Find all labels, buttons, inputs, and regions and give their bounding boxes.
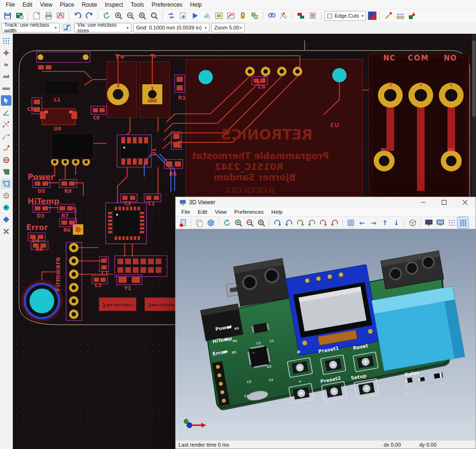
pad-outline-mode-button[interactable] — [1, 190, 11, 201]
flip-board-view-button[interactable] — [166, 10, 177, 21]
zoom-select[interactable]: Zoom 5.00▾ — [211, 23, 245, 32]
view-normal-button[interactable] — [423, 217, 434, 228]
update-from-schematic-button[interactable] — [407, 10, 417, 21]
rotate-z-ccw-button[interactable] — [317, 217, 328, 228]
refresh-3d-button[interactable] — [221, 217, 232, 228]
pad-gnd: GND — [148, 99, 157, 103]
pan-left-button[interactable]: ← — [357, 217, 367, 228]
net-highlight-mode-button[interactable] — [1, 143, 11, 153]
grid-lines-toggle-button[interactable] — [457, 217, 468, 228]
via-outline-mode-button[interactable] — [1, 202, 11, 213]
zoom-fit-button[interactable] — [137, 10, 148, 21]
minimize-button[interactable] — [413, 197, 434, 208]
via-size-select[interactable]: Via: use netclass sizes▾ — [74, 23, 131, 32]
menu-file[interactable]: File — [2, 0, 19, 9]
highlight-net-button[interactable] — [383, 10, 394, 21]
menu-place[interactable]: Place — [56, 0, 78, 9]
mirror-button[interactable] — [201, 10, 212, 21]
3d-viewer-titlebar[interactable]: 3D Viewer — [176, 197, 476, 208]
copy-image-button[interactable] — [194, 217, 205, 228]
rotate-z-cw-button[interactable] — [329, 217, 340, 228]
unit-mm-button[interactable]: mm — [1, 83, 11, 94]
menu-route[interactable]: Route — [78, 0, 101, 9]
pan-up-button[interactable]: ↑ — [379, 217, 390, 228]
unit-mils-button[interactable]: mil — [1, 71, 11, 82]
menu-help[interactable]: Help — [186, 0, 206, 9]
ratsnest-toggle-button[interactable] — [278, 10, 289, 21]
rotate-y-cw-button[interactable] — [306, 217, 317, 228]
drc-markers-button[interactable] — [1, 155, 11, 165]
save-button[interactable] — [2, 10, 13, 21]
grid-dots-toggle-button[interactable] — [446, 217, 457, 228]
redo-button[interactable] — [84, 10, 95, 21]
lock-button[interactable] — [237, 10, 248, 21]
undo-button[interactable] — [72, 10, 83, 21]
rotate-y-ccw-button[interactable] — [295, 217, 306, 228]
view-raytrace-button[interactable] — [435, 217, 446, 228]
zoom-selection-button[interactable] — [149, 10, 159, 21]
grid-origin-button[interactable] — [1, 48, 11, 58]
3d-menu-preferences[interactable]: Preferences — [230, 209, 268, 215]
barrel-jack-3d — [200, 304, 243, 341]
pan-right-button[interactable]: → — [368, 217, 379, 228]
plot-button[interactable] — [55, 10, 66, 21]
zoom-in-button[interactable] — [113, 10, 124, 21]
grid-toggle-button[interactable] — [1, 36, 11, 46]
zoom-in-3d-button[interactable] — [233, 217, 244, 228]
rotate-x-cw-button[interactable] — [283, 217, 294, 228]
ref-r9: R9 — [64, 188, 71, 194]
axis-gizmo — [184, 419, 207, 428]
track-outline-mode-button[interactable] — [1, 214, 11, 225]
menu-preferences[interactable]: Preferences — [148, 0, 187, 9]
layer-selector-dropdown[interactable]: Edge.Cuts ▾ — [324, 11, 366, 21]
track-width-select[interactable]: Track: use netclass width▾ — [1, 23, 60, 32]
show-footprints-button[interactable] — [213, 10, 224, 21]
rotate-x-ccw-button[interactable] — [272, 217, 283, 228]
page-settings-button[interactable] — [31, 10, 42, 21]
layer-pair-indicator[interactable] — [368, 11, 377, 20]
menu-view[interactable]: View — [36, 0, 56, 9]
zoom-fit-3d-button[interactable] — [256, 217, 267, 228]
find-button[interactable] — [266, 10, 277, 21]
3d-menu-edit[interactable]: Edit — [194, 209, 211, 215]
print-button[interactable] — [43, 10, 54, 21]
net-inspector-button[interactable] — [307, 10, 318, 21]
pan-down-button[interactable]: ↓ — [391, 217, 402, 228]
swap-layer-colors-button[interactable] — [295, 10, 306, 21]
import-button[interactable] — [178, 10, 188, 21]
auto-track-width-button[interactable] — [61, 22, 72, 33]
draw-dimensions-button[interactable] — [395, 10, 406, 21]
3d-render-canvas[interactable]: Power HiTemp Error R9 R6 R8 C5 C1 U2 C3 … — [176, 229, 476, 440]
zone-fill-mode-button[interactable] — [1, 167, 11, 177]
close-button[interactable] — [455, 197, 476, 208]
toolbar-separator — [263, 11, 263, 20]
refresh-view-button[interactable] — [101, 10, 112, 21]
run-drc-button[interactable] — [189, 10, 200, 21]
unit-inches-button[interactable]: in — [1, 60, 11, 70]
layers-panel-button[interactable] — [345, 217, 356, 228]
zoom-out-button[interactable] — [125, 10, 136, 21]
ratsnest-visibility-button[interactable] — [1, 119, 11, 130]
menu-edit[interactable]: Edit — [19, 0, 36, 9]
ortho-view-button[interactable] — [407, 217, 418, 228]
cursor-shape-button[interactable] — [1, 95, 11, 106]
3d-menu-help[interactable]: Help — [268, 209, 287, 215]
maximize-button[interactable] — [434, 197, 455, 208]
polar-coordinates-button[interactable] — [1, 107, 11, 118]
chevron-down-icon: ▾ — [205, 26, 207, 30]
grid-select[interactable]: Grid: 0.1000 mm (0.0039 in)▾ — [133, 23, 209, 32]
scrollbar-thumb[interactable] — [472, 40, 476, 117]
zone-outline-mode-button[interactable] — [1, 179, 11, 189]
group-items-button[interactable] — [249, 10, 260, 21]
render-options-button[interactable] — [205, 217, 216, 228]
3d-menu-file[interactable]: File — [178, 209, 194, 215]
show-tracks-button[interactable] — [225, 10, 236, 21]
reload-board-button[interactable] — [178, 217, 188, 228]
zoom-out-3d-button[interactable] — [244, 217, 255, 228]
3d-menu-view[interactable]: View — [211, 209, 230, 215]
curved-ratsnest-button[interactable] — [1, 131, 11, 141]
menu-inspect[interactable]: Inspect — [101, 0, 127, 9]
menu-tools[interactable]: Tools — [127, 0, 148, 9]
dim-inactive-layers-button[interactable] — [1, 226, 11, 237]
board-setup-button[interactable] — [14, 10, 25, 21]
